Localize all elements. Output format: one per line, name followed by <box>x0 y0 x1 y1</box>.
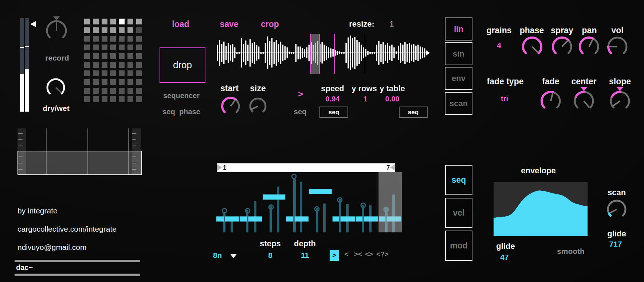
play-forward-button[interactable]: > <box>330 250 339 261</box>
matrix-cell[interactable] <box>84 62 90 68</box>
matrix-cell[interactable] <box>127 36 133 42</box>
seq-phase-button[interactable]: seq_phase <box>162 108 200 116</box>
range-slider[interactable]: 1 7 <box>217 163 395 172</box>
speed-value[interactable]: 0.94 <box>326 95 340 103</box>
matrix-cell[interactable] <box>110 88 116 94</box>
glide-right-value[interactable]: 717 <box>609 240 622 248</box>
overview-selection-box[interactable] <box>17 151 142 175</box>
matrix-cell[interactable] <box>119 62 125 68</box>
matrix-cell[interactable] <box>136 79 142 85</box>
steps-value[interactable]: 8 <box>268 251 272 260</box>
matrix-cell[interactable] <box>136 70 142 76</box>
matrix-cell[interactable] <box>102 27 107 33</box>
matrix-cell[interactable] <box>93 88 99 94</box>
matrix-cell[interactable] <box>102 62 107 68</box>
spray-knob[interactable] <box>547 32 577 62</box>
matrix-cell[interactable] <box>102 53 107 59</box>
matrix-cell[interactable] <box>119 19 125 24</box>
envelope-display[interactable] <box>494 182 588 236</box>
rate-dropdown-icon[interactable] <box>230 254 237 258</box>
ytable-value[interactable]: 0.00 <box>385 95 400 103</box>
matrix-cell[interactable] <box>127 96 133 102</box>
matrix-cell[interactable] <box>84 53 90 59</box>
matrix-cell[interactable] <box>127 27 133 33</box>
matrix-cell[interactable] <box>93 96 99 102</box>
matrix-cell[interactable] <box>93 62 99 68</box>
play-pingpong-button[interactable]: >< <box>354 250 362 258</box>
matrix-cell[interactable] <box>110 36 116 42</box>
matrix-cell[interactable] <box>102 19 107 24</box>
matrix-cell[interactable] <box>102 45 107 50</box>
matrix-cell[interactable] <box>102 88 107 94</box>
matrix-cell[interactable] <box>136 36 142 42</box>
glide-left-value[interactable]: 47 <box>500 253 508 262</box>
scan-knob[interactable] <box>602 195 631 224</box>
matrix-cell[interactable] <box>93 19 99 24</box>
record-knob[interactable] <box>41 15 72 46</box>
matrix-cell[interactable] <box>136 88 142 94</box>
resize-value[interactable]: 1 <box>389 19 394 29</box>
size-knob[interactable] <box>244 93 271 120</box>
layer-seq-button[interactable]: seq <box>445 165 472 195</box>
matrix-cell[interactable] <box>119 88 125 94</box>
load-button[interactable]: load <box>172 19 189 29</box>
matrix-cell[interactable] <box>136 19 142 24</box>
save-button[interactable]: save <box>220 19 238 29</box>
smooth-label[interactable]: smooth <box>557 247 585 256</box>
matrix-cell[interactable] <box>127 79 133 85</box>
matrix-cell[interactable] <box>93 70 99 76</box>
mode-sin-button[interactable]: sin <box>445 42 472 65</box>
matrix-cell[interactable] <box>127 70 133 76</box>
matrix-cell[interactable] <box>110 45 116 50</box>
matrix-cell[interactable] <box>93 45 99 50</box>
matrix-cell[interactable] <box>110 70 116 76</box>
sequencer-button[interactable]: sequencer <box>163 92 200 100</box>
matrix-cell[interactable] <box>93 36 99 42</box>
matrix-cell[interactable] <box>84 88 90 94</box>
matrix-cell[interactable] <box>110 79 116 85</box>
yrows-value[interactable]: 1 <box>363 95 367 103</box>
range-handle-left-icon[interactable] <box>217 164 222 171</box>
layer-mod-button[interactable]: mod <box>445 231 472 261</box>
matrix-cell[interactable] <box>84 27 90 33</box>
matrix-cell[interactable] <box>110 53 116 59</box>
fade-type-value[interactable]: tri <box>501 94 508 103</box>
pan-knob[interactable] <box>574 32 604 62</box>
layer-vel-button[interactable]: vel <box>445 198 472 228</box>
matrix-cell[interactable] <box>119 53 125 59</box>
matrix-cell[interactable] <box>102 36 107 42</box>
matrix-cell[interactable] <box>110 19 116 24</box>
matrix-cell[interactable] <box>136 53 142 59</box>
matrix-cell[interactable] <box>102 79 107 85</box>
rate-value[interactable]: 8n <box>213 251 222 260</box>
center-knob[interactable] <box>569 86 599 116</box>
dac-object[interactable]: dac~ <box>15 260 140 276</box>
play-random-button[interactable]: <?> <box>376 250 389 258</box>
grains-value[interactable]: 4 <box>497 41 501 50</box>
vol-knob[interactable] <box>602 32 632 62</box>
matrix-cell[interactable] <box>127 88 133 94</box>
slope-knob[interactable] <box>605 86 635 116</box>
matrix-cell[interactable] <box>119 79 125 85</box>
matrix-cell[interactable] <box>136 27 142 33</box>
matrix-cell[interactable] <box>102 70 107 76</box>
mode-env-button[interactable]: env <box>445 67 472 90</box>
speed-seq-button[interactable]: seq <box>319 107 348 118</box>
matrix-cell[interactable] <box>84 19 90 24</box>
sample-play-arrow[interactable]: > <box>298 89 303 99</box>
matrix-cell[interactable] <box>102 96 107 102</box>
matrix-cell[interactable] <box>127 19 133 24</box>
phase-knob[interactable] <box>517 32 547 62</box>
matrix-cell[interactable] <box>84 36 90 42</box>
matrix-cell[interactable] <box>84 70 90 76</box>
depth-value[interactable]: 11 <box>301 251 309 260</box>
mode-scan-button[interactable]: scan <box>445 92 472 115</box>
step-sequencer-display[interactable] <box>216 172 402 232</box>
drop-zone[interactable]: drop <box>160 47 205 83</box>
matrix-cell[interactable] <box>84 45 90 50</box>
meter-pointer-icon[interactable] <box>30 21 36 27</box>
matrix-cell[interactable] <box>110 62 116 68</box>
crop-button[interactable]: crop <box>261 19 279 29</box>
matrix-cell[interactable] <box>136 96 142 102</box>
play-backward-button[interactable]: < <box>344 250 348 258</box>
